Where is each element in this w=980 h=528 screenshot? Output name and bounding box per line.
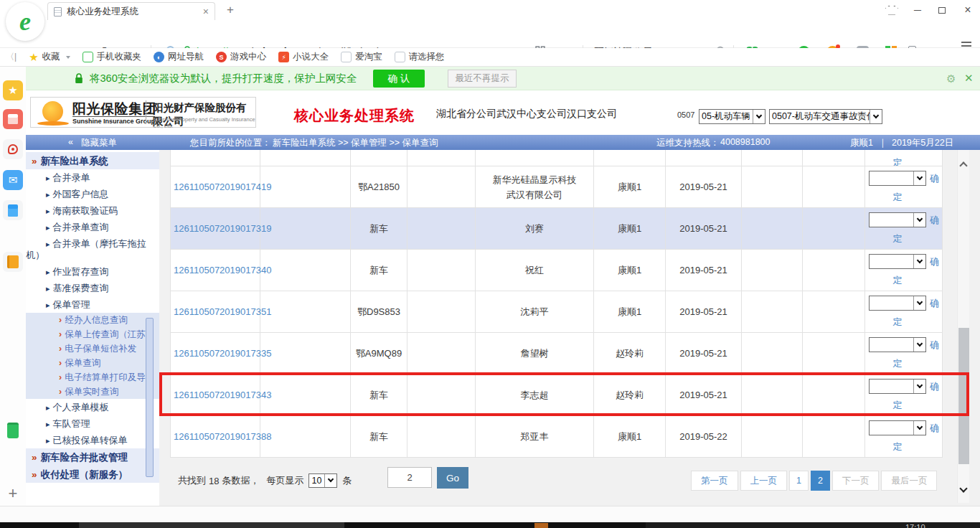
sidebar-item[interactable]: ›保单上传查询（江苏） <box>26 327 159 341</box>
confirm-select[interactable] <box>869 420 926 435</box>
notice-later-button[interactable]: 最近不再提示 <box>448 70 517 88</box>
product-select[interactable]: 0507-机动车交通事故责任强 <box>769 109 882 124</box>
bookmark-item[interactable]: 爱淘宝 <box>341 51 382 63</box>
add-panel-icon[interactable]: + <box>3 484 23 504</box>
browser-360-logo-icon[interactable]: e <box>6 2 44 41</box>
sidebar-item[interactable]: ▸基准保费查询 <box>26 280 159 296</box>
news-icon[interactable] <box>3 109 23 129</box>
policy-number-link[interactable]: 1261105072019017388 <box>174 429 271 444</box>
favorites-menu[interactable]: ★ 收藏 <box>29 51 70 64</box>
notebook-icon[interactable] <box>3 252 23 272</box>
taskbar-app-segment[interactable] <box>79 522 344 528</box>
confirm-link[interactable]: 定 <box>869 314 926 329</box>
confirm-select[interactable] <box>869 254 926 269</box>
collapse-menu-icon[interactable]: « <box>68 137 73 147</box>
notice-confirm-button[interactable]: 确 认 <box>373 70 425 88</box>
weibo-icon[interactable] <box>3 139 23 159</box>
table-cell: 康顺1 <box>594 166 666 207</box>
confirm-link[interactable]: 确 <box>930 296 939 311</box>
bookmark-item[interactable]: ◐网址导航 <box>154 51 204 63</box>
confirm-link[interactable]: 确 <box>930 212 939 227</box>
new-tab-button[interactable]: + <box>218 0 242 20</box>
bookmark-item[interactable]: 手机收藏夹 <box>83 51 142 63</box>
table-row: 1261105072019017319新车刘赛康顺12019-05-21确定 <box>171 208 943 250</box>
menu-arrow-icon: ▸ <box>46 436 50 445</box>
tab-close-icon[interactable]: × <box>203 6 209 17</box>
bookmark-item[interactable]: ⚡小说大全 <box>278 51 329 63</box>
policy-number-link[interactable]: 1261105072019017335 <box>174 346 271 361</box>
reading-doc-icon[interactable] <box>3 200 23 220</box>
sidebar-item[interactable]: ▸外国客户信息 <box>26 186 159 202</box>
sidebar-item[interactable]: ›电子保单短信补发 <box>26 341 159 356</box>
policy-number-link[interactable]: 1261105072019017419 <box>174 179 271 194</box>
battery-saver-icon[interactable] <box>3 420 23 440</box>
star-icon: ★ <box>29 51 38 64</box>
sidebar-item-label: 保单管理 <box>53 299 90 310</box>
sidebar-item[interactable]: »收付处理（新服务） <box>26 466 159 483</box>
sidebar-item[interactable]: »新车险出单系统 <box>26 152 159 169</box>
insurance-class-select[interactable]: 05-机动车辆 <box>699 109 765 124</box>
sidebar-item[interactable]: ▸保单管理 <box>26 296 159 313</box>
page-button-2[interactable]: 2 <box>811 471 830 491</box>
policy-number-link[interactable]: 1261105072019017351 <box>174 304 271 319</box>
maximize-button[interactable] <box>930 0 954 20</box>
sidebar-item[interactable]: ▸海南获取验证码 <box>26 202 159 219</box>
hide-menu-link[interactable]: 隐藏菜单 <box>81 137 117 149</box>
sidebar-item[interactable]: ▸作业暂存查询 <box>26 263 159 280</box>
scroll-down-icon[interactable] <box>959 484 967 492</box>
confirm-link[interactable]: 确 <box>930 420 939 435</box>
minimize-button[interactable]: ─ <box>905 0 930 20</box>
confirm-link[interactable]: 确 <box>930 171 939 186</box>
sidebar-item[interactable]: ▸已核投保单转保单 <box>26 432 159 448</box>
confirm-select[interactable] <box>869 296 926 311</box>
sidebar-item[interactable]: ›保单查询 <box>26 356 159 370</box>
page-button-1[interactable]: 1 <box>789 471 809 491</box>
browser-tab[interactable]: 核心业务处理系统 × <box>47 2 215 20</box>
per-page-select[interactable]: 10 <box>308 473 337 488</box>
bookmark-item[interactable]: S游戏中心 <box>216 51 266 63</box>
collapse-sidebar-icon[interactable]: 〈| <box>6 51 17 63</box>
confirm-widget: 确定 <box>865 291 942 329</box>
confirm-link[interactable]: 定 <box>869 439 926 454</box>
page-button-上一页[interactable]: 上一页 <box>740 471 788 491</box>
highlight-red-box <box>159 372 969 416</box>
sidebar-scrollbar-thumb[interactable] <box>146 318 154 477</box>
confirm-link[interactable]: 定 <box>869 356 926 371</box>
confirm-select[interactable] <box>869 171 926 186</box>
sidebar-item[interactable]: ›电子结算单打印及导出 <box>26 370 159 385</box>
sidebar-item[interactable]: »新车险合并批改管理 <box>26 448 159 466</box>
windows-taskbar[interactable]: 17:10 <box>0 522 980 528</box>
bookmark-item[interactable]: 请选择您 <box>395 51 445 63</box>
page-scrollbar[interactable] <box>957 150 969 503</box>
policy-number-link[interactable]: 1261105072019017319 <box>174 221 271 236</box>
confirm-link[interactable]: 定 <box>869 231 926 246</box>
close-window-button[interactable]: × <box>956 0 980 20</box>
skin-button[interactable] <box>880 0 904 20</box>
notice-close-icon[interactable]: ✕ <box>964 72 974 85</box>
notice-gear-icon[interactable]: ⚙ <box>946 72 956 85</box>
taskbar-app-icon[interactable] <box>534 523 548 528</box>
confirm-select[interactable] <box>869 337 926 352</box>
confirm-select[interactable] <box>869 212 926 227</box>
menu-arrow-icon: ▸ <box>46 268 50 276</box>
sidebar-item[interactable]: ▸合并录单（摩托车拖拉机） <box>26 235 159 263</box>
sidebar-item[interactable]: ▸个人录单模板 <box>26 399 159 415</box>
sidebar-item[interactable]: ›保单实时查询 <box>26 385 159 399</box>
sidebar-item[interactable]: ▸车队管理 <box>26 415 159 432</box>
sidebar-item[interactable]: ▸合并录单查询 <box>26 219 159 235</box>
policy-number-link[interactable]: 1261105072019017340 <box>174 263 271 278</box>
page-button-第一页[interactable]: 第一页 <box>691 471 738 491</box>
favorites-star-icon[interactable]: ★ <box>3 80 23 100</box>
confirm-link[interactable]: 确 <box>930 337 939 352</box>
confirm-link[interactable]: 定 <box>869 189 926 204</box>
sidebar-item[interactable]: ▸合并录单 <box>26 169 159 186</box>
confirm-link[interactable]: 确 <box>930 254 939 269</box>
confirm-link[interactable]: 定 <box>869 273 926 288</box>
mail-icon[interactable]: ✉ <box>3 170 23 190</box>
bookmarks-bar: 〈| ★ 收藏 手机收藏夹◐网址导航S游戏中心⚡小说大全爱淘宝请选择您 <box>0 48 980 67</box>
go-button[interactable]: Go <box>437 467 468 489</box>
scroll-up-icon[interactable] <box>959 161 967 169</box>
confirm-link[interactable]: 定 <box>869 155 926 166</box>
page-number-input[interactable]: 2 <box>387 467 432 488</box>
sidebar-item[interactable]: ›经办人信息查询 <box>26 313 159 327</box>
